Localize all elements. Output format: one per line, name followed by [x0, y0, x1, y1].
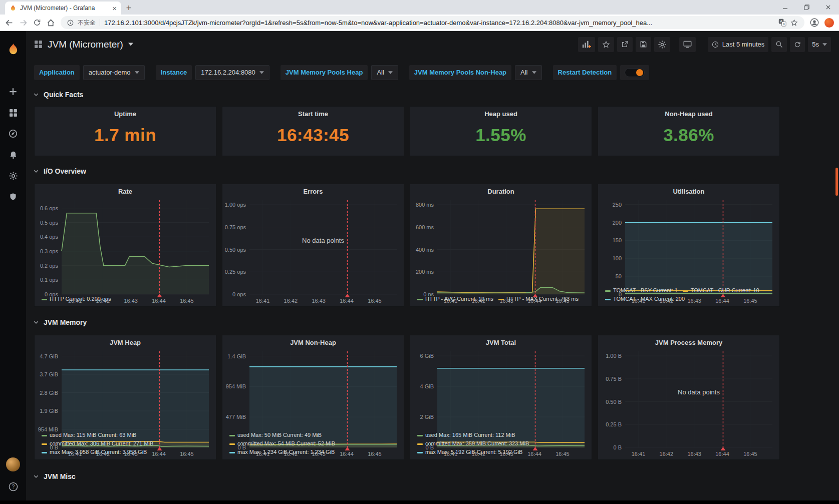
svg-text:16:41: 16:41	[256, 298, 270, 304]
browser-tab[interactable]: JVM (Micrometer) - Grafana ×	[5, 2, 121, 15]
profile-icon[interactable]	[810, 18, 819, 27]
legend-item[interactable]: TOMCAT - MAX Current: 200	[605, 296, 685, 302]
explore-icon[interactable]	[0, 123, 26, 144]
duration-chart[interactable]: 16:4116:4216:4316:4416:45800 ms600 ms400…	[410, 195, 592, 295]
refresh-icon[interactable]	[33, 19, 41, 27]
panel-title[interactable]: JVM Total	[410, 335, 592, 346]
share-button[interactable]	[617, 37, 633, 52]
dashboards-icon[interactable]	[0, 102, 26, 123]
url-bar[interactable]: 不安全 172.16.2.101:3000/d/4pcjsJTZk/jvm-mi…	[61, 16, 804, 29]
scrollbar-thumb[interactable]	[835, 168, 838, 196]
variable-instance-dropdown[interactable]: 172.16.2.204:8080	[195, 65, 269, 80]
jvm-process-memory-chart[interactable]: 16:4116:4216:4316:4416:451.00 B0.75 B0.5…	[598, 346, 779, 459]
legend-item[interactable]: max Max: 5.192 GiB Current: 5.192 GiB	[417, 448, 582, 456]
time-range-button[interactable]: Last 5 minutes	[708, 37, 769, 52]
refresh-dashboard-button[interactable]	[790, 37, 805, 52]
close-icon[interactable]	[817, 0, 839, 15]
dashboard-title[interactable]: JVM (Micrometer)	[48, 39, 123, 50]
rate-chart[interactable]: 16:4116:4216:4316:4416:450.6 ops0.5 ops0…	[35, 195, 216, 295]
panel-title[interactable]: JVM Heap	[35, 335, 216, 346]
panel-title[interactable]: Heap used	[410, 107, 592, 118]
star-button[interactable]	[598, 37, 614, 52]
tab-title: JVM (Micrometer) - Grafana	[20, 5, 109, 12]
legend-item[interactable]: HTTP - MAX Current: 763 ms	[498, 296, 579, 302]
panel-title[interactable]: Rate	[35, 184, 216, 195]
legend-item[interactable]: TOMCAT - BSY Current: 1	[605, 287, 678, 293]
svg-text:100: 100	[613, 255, 622, 261]
variable-non-heap-pools-dropdown[interactable]: All	[515, 65, 541, 80]
legend-item[interactable]: TOMCAT - CUR Current: 10	[683, 287, 759, 293]
toggle-knob	[636, 69, 643, 76]
variable-application-dropdown[interactable]: actuator-demo	[83, 65, 145, 80]
admin-shield-icon[interactable]	[0, 186, 26, 207]
minimize-icon[interactable]	[774, 0, 796, 15]
zoom-out-button[interactable]	[771, 37, 787, 52]
back-icon[interactable]	[5, 19, 14, 27]
save-button[interactable]	[636, 37, 651, 52]
window-controls	[774, 0, 839, 15]
utilisation-chart[interactable]: 16:4116:4216:4316:4416:45250200150100500	[598, 195, 779, 286]
jvm-non-heap-chart[interactable]: 16:4116:4216:4316:4416:451.4 GiB954 MiB4…	[222, 346, 404, 431]
svg-text:4 GiB: 4 GiB	[420, 383, 434, 389]
panel-title[interactable]: Uptime	[35, 107, 216, 118]
row-header-jvm-misc[interactable]: JVM Misc	[26, 468, 839, 485]
variable-label: Application	[34, 65, 80, 80]
legend-item[interactable]: HTTP - AVG Current: 19 ms	[417, 296, 493, 302]
create-icon[interactable]	[0, 81, 26, 102]
new-tab-button[interactable]: +	[121, 2, 136, 15]
grafana-logo[interactable]	[7, 36, 20, 62]
panel-title[interactable]: Utilisation	[598, 184, 779, 195]
variable-heap-pools-dropdown[interactable]: All	[371, 65, 398, 80]
legend-item[interactable]: committed Max: 359 MiB Current: 323 MiB	[417, 439, 582, 448]
security-label[interactable]: 不安全	[78, 19, 96, 27]
restart-detection-toggle[interactable]	[620, 65, 649, 80]
home-icon[interactable]	[47, 19, 55, 27]
jvm-total-legend: used Max: 165 MiB Current: 112 MiBcommit…	[410, 431, 592, 459]
caret-down-icon	[532, 71, 536, 74]
panel-title[interactable]: JVM Process Memory	[598, 335, 779, 346]
bookmark-star-icon[interactable]	[790, 19, 798, 27]
alerting-icon[interactable]	[0, 144, 26, 165]
svg-text:1.00 ops: 1.00 ops	[225, 202, 246, 208]
refresh-interval-dropdown[interactable]: 5s	[808, 37, 831, 52]
row-header-io-overview[interactable]: I/O Overview	[26, 163, 839, 180]
row-header-quick-facts[interactable]: Quick Facts	[26, 86, 839, 103]
legend-item[interactable]: committed Max: 54 MiB Current: 52 MiB	[229, 439, 394, 448]
legend-item[interactable]: HTTP Current: 0.200 ops	[42, 296, 111, 302]
configuration-icon[interactable]	[0, 165, 26, 186]
forward-icon[interactable]	[19, 19, 28, 27]
help-icon[interactable]: ?	[0, 476, 26, 497]
panel-title[interactable]: Duration	[410, 184, 592, 195]
settings-button[interactable]	[654, 37, 670, 52]
add-panel-button[interactable]	[578, 37, 595, 52]
info-icon[interactable]	[67, 20, 74, 26]
legend-item[interactable]: max Max: 3.958 GiB Current: 3.958 GiB	[42, 448, 206, 456]
translate-icon[interactable]: Aa	[778, 19, 786, 27]
panel-title[interactable]: Errors	[222, 184, 404, 195]
jvm-heap-chart[interactable]: 16:4116:4216:4316:4416:454.7 GiB3.7 GiB2…	[35, 346, 216, 431]
legend-item[interactable]: used Max: 165 MiB Current: 112 MiB	[417, 431, 582, 439]
restore-icon[interactable]	[796, 0, 817, 15]
url-text[interactable]: 172.16.2.101:3000/d/4pcjsJTZk/jvm-microm…	[104, 19, 774, 27]
errors-chart[interactable]: 16:4116:4216:4316:4416:451.00 ops0.75 op…	[222, 195, 404, 306]
jvm-total-chart[interactable]: 16:4116:4216:4316:4416:456 GiB4 GiB2 GiB…	[410, 346, 592, 431]
svg-text:16:44: 16:44	[340, 298, 354, 304]
quick-facts-row: Uptime 1.7 min Start time 16:43:45 Heap …	[34, 106, 839, 156]
update-badge[interactable]	[824, 18, 834, 28]
row-header-jvm-memory[interactable]: JVM Memory	[26, 314, 839, 331]
apps-grid-icon[interactable]	[34, 40, 43, 49]
panel-title[interactable]: Start time	[222, 107, 404, 118]
svg-text:16:44: 16:44	[715, 451, 729, 457]
legend-item[interactable]: used Max: 115 MiB Current: 63 MiB	[42, 431, 206, 439]
tab-close-icon[interactable]: ×	[112, 5, 117, 12]
caret-down-icon[interactable]	[128, 43, 133, 46]
variable-instance: Instance 172.16.2.204:8080	[156, 65, 269, 80]
panel-title[interactable]: JVM Non-Heap	[222, 335, 404, 346]
legend-item[interactable]: max Max: 1.234 GiB Current: 1.234 GiB	[229, 448, 394, 456]
panel-title[interactable]: Non-Heap used	[598, 107, 779, 118]
svg-text:1.4 GiB: 1.4 GiB	[227, 353, 246, 359]
cycle-view-tv-button[interactable]	[679, 37, 696, 52]
user-avatar[interactable]	[0, 454, 26, 475]
legend-item[interactable]: used Max: 50 MiB Current: 49 MiB	[229, 431, 394, 439]
legend-item[interactable]: committed Max: 306 MiB Current: 271 MiB	[42, 439, 206, 448]
